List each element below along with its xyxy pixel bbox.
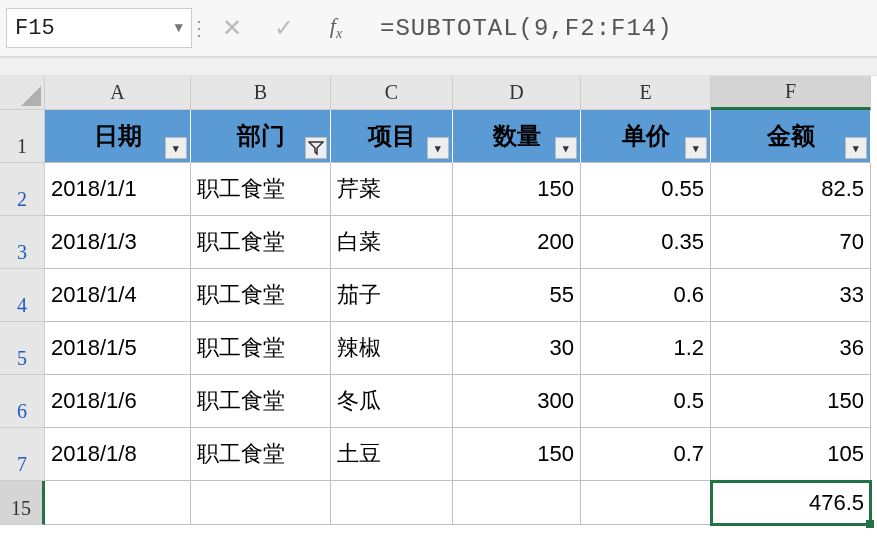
filter-button[interactable]: ▾ [845, 137, 867, 159]
header-cell-item[interactable]: 项目 ▾ [331, 110, 453, 163]
header-label: 单价 [622, 120, 670, 152]
cell-F6[interactable]: 150 [711, 375, 871, 428]
cell-D2[interactable]: 150 [453, 163, 581, 216]
cell-A6[interactable]: 2018/1/6 [45, 375, 191, 428]
cell-E5[interactable]: 1.2 [581, 322, 711, 375]
filter-button[interactable]: ▾ [555, 137, 577, 159]
cell-A3[interactable]: 2018/1/3 [45, 216, 191, 269]
cell-E2[interactable]: 0.55 [581, 163, 711, 216]
col-header-D[interactable]: D [453, 76, 581, 110]
col-header-E[interactable]: E [581, 76, 711, 110]
formula-bar: F15 ▼ ⋮ ✕ ✓ fx =SUBTOTAL(9,F2:F14) [0, 0, 877, 58]
confirm-formula-button[interactable]: ✓ [258, 8, 310, 48]
cell-B4[interactable]: 职工食堂 [191, 269, 331, 322]
header-cell-date[interactable]: 日期 ▾ [45, 110, 191, 163]
column-F: F 金额 ▾ 82.5 70 33 36 150 105 476.5 [711, 76, 871, 525]
spreadsheet-grid: 1 2 3 4 5 6 7 15 A 日期 ▾ 2018/1/1 2018/1/… [0, 76, 877, 525]
col-header-A[interactable]: A [45, 76, 191, 110]
cell-A2[interactable]: 2018/1/1 [45, 163, 191, 216]
cell-D5[interactable]: 30 [453, 322, 581, 375]
cell-F15-selected[interactable]: 476.5 [711, 481, 871, 525]
row-header-4[interactable]: 4 [0, 269, 45, 322]
row-header-3[interactable]: 3 [0, 216, 45, 269]
chevron-down-icon: ▾ [693, 142, 699, 155]
column-A: A 日期 ▾ 2018/1/1 2018/1/3 2018/1/4 2018/1… [45, 76, 191, 525]
row-header-7[interactable]: 7 [0, 428, 45, 481]
insert-function-button[interactable]: fx [310, 8, 362, 48]
cell-E4[interactable]: 0.6 [581, 269, 711, 322]
header-label: 项目 [368, 120, 416, 152]
cell-A4[interactable]: 2018/1/4 [45, 269, 191, 322]
column-C: C 项目 ▾ 芹菜 白菜 茄子 辣椒 冬瓜 土豆 [331, 76, 453, 525]
header-label: 数量 [493, 120, 541, 152]
col-header-C[interactable]: C [331, 76, 453, 110]
col-header-B[interactable]: B [191, 76, 331, 110]
formula-input[interactable]: =SUBTOTAL(9,F2:F14) [362, 8, 877, 48]
cell-E3[interactable]: 0.35 [581, 216, 711, 269]
row-header-5[interactable]: 5 [0, 322, 45, 375]
cancel-formula-button[interactable]: ✕ [206, 8, 258, 48]
header-cell-qty[interactable]: 数量 ▾ [453, 110, 581, 163]
cell-D7[interactable]: 150 [453, 428, 581, 481]
cell-F5[interactable]: 36 [711, 322, 871, 375]
cell-A5[interactable]: 2018/1/5 [45, 322, 191, 375]
check-icon: ✓ [274, 14, 294, 42]
cell-C5[interactable]: 辣椒 [331, 322, 453, 375]
row-header-1[interactable]: 1 [0, 110, 45, 163]
cell-C7[interactable]: 土豆 [331, 428, 453, 481]
cell-F7[interactable]: 105 [711, 428, 871, 481]
header-cell-price[interactable]: 单价 ▾ [581, 110, 711, 163]
cell-E15[interactable] [581, 481, 711, 525]
header-cell-amount[interactable]: 金额 ▾ [711, 110, 871, 163]
formula-text: =SUBTOTAL(9,F2:F14) [380, 15, 673, 42]
cell-D15[interactable] [453, 481, 581, 525]
filter-button[interactable]: ▾ [685, 137, 707, 159]
column-E: E 单价 ▾ 0.55 0.35 0.6 1.2 0.5 0.7 [581, 76, 711, 525]
cell-D3[interactable]: 200 [453, 216, 581, 269]
header-cell-dept[interactable]: 部门 [191, 110, 331, 163]
cell-B2[interactable]: 职工食堂 [191, 163, 331, 216]
col-header-F[interactable]: F [711, 76, 871, 110]
row-header-6[interactable]: 6 [0, 375, 45, 428]
name-box-value: F15 [15, 16, 55, 41]
cell-B5[interactable]: 职工食堂 [191, 322, 331, 375]
separator-dots-icon: ⋮ [192, 8, 206, 48]
cell-A7[interactable]: 2018/1/8 [45, 428, 191, 481]
cell-C3[interactable]: 白菜 [331, 216, 453, 269]
chevron-down-icon: ▾ [853, 142, 859, 155]
cell-A15[interactable] [45, 481, 191, 525]
cell-E7[interactable]: 0.7 [581, 428, 711, 481]
row-header-2[interactable]: 2 [0, 163, 45, 216]
ribbon-spacer [0, 58, 877, 76]
chevron-down-icon: ▾ [563, 142, 569, 155]
cell-B15[interactable] [191, 481, 331, 525]
column-B: B 部门 职工食堂 职工食堂 职工食堂 职工食堂 职工食堂 职工食堂 [191, 76, 331, 525]
select-all-corner[interactable] [0, 76, 45, 110]
column-D: D 数量 ▾ 150 200 55 30 300 150 [453, 76, 581, 525]
filter-button[interactable]: ▾ [427, 137, 449, 159]
cell-B3[interactable]: 职工食堂 [191, 216, 331, 269]
funnel-icon [308, 141, 324, 155]
chevron-down-icon[interactable]: ▼ [175, 20, 183, 36]
cell-F4[interactable]: 33 [711, 269, 871, 322]
cell-C15[interactable] [331, 481, 453, 525]
cell-F2[interactable]: 82.5 [711, 163, 871, 216]
header-label: 日期 [94, 120, 142, 152]
close-icon: ✕ [222, 14, 242, 42]
cell-C2[interactable]: 芹菜 [331, 163, 453, 216]
header-label: 部门 [237, 120, 285, 152]
chevron-down-icon: ▾ [173, 142, 179, 155]
row-header-15[interactable]: 15 [0, 481, 45, 525]
cell-B7[interactable]: 职工食堂 [191, 428, 331, 481]
cell-C4[interactable]: 茄子 [331, 269, 453, 322]
fx-icon: fx [330, 13, 342, 42]
cell-C6[interactable]: 冬瓜 [331, 375, 453, 428]
cell-D6[interactable]: 300 [453, 375, 581, 428]
name-box[interactable]: F15 ▼ [6, 8, 192, 48]
filter-button[interactable]: ▾ [165, 137, 187, 159]
cell-B6[interactable]: 职工食堂 [191, 375, 331, 428]
filter-button-active[interactable] [305, 137, 327, 159]
cell-F3[interactable]: 70 [711, 216, 871, 269]
cell-D4[interactable]: 55 [453, 269, 581, 322]
cell-E6[interactable]: 0.5 [581, 375, 711, 428]
